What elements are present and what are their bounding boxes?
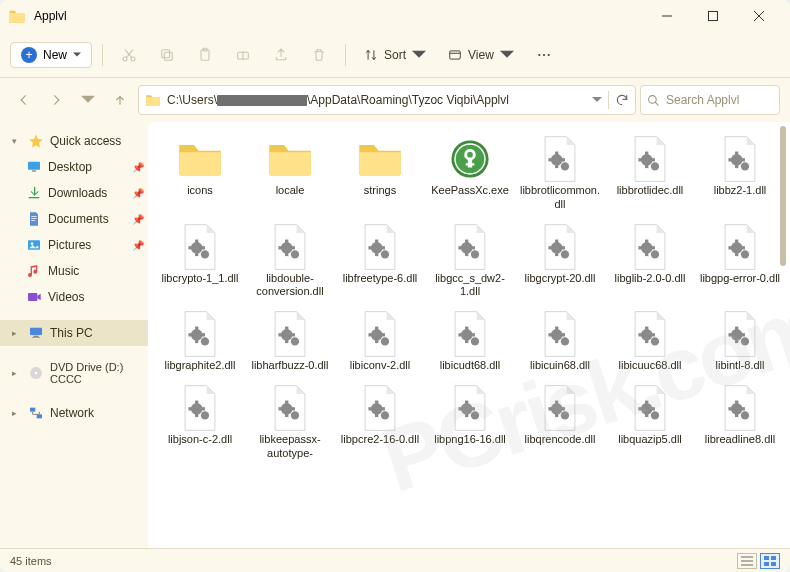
chevron-down-icon[interactable] <box>592 95 602 105</box>
file-item[interactable]: libintl-8.dll <box>696 305 784 377</box>
file-item[interactable]: libfreetype-6.dll <box>336 218 424 304</box>
svg-rect-75 <box>548 246 551 249</box>
file-name: libpng16-16.dll <box>434 433 506 447</box>
file-item[interactable]: libgpg-error-0.dll <box>696 218 784 304</box>
file-item[interactable]: strings <box>336 130 424 216</box>
icons-view-button[interactable] <box>760 553 780 569</box>
file-item[interactable]: libharfbuzz-0.dll <box>246 305 334 377</box>
file-list[interactable]: PCrisk.com iconslocalestringsKeePassXc.e… <box>148 122 790 548</box>
file-name: libiconv-2.dll <box>350 359 411 373</box>
chevron-right-icon[interactable]: ▸ <box>12 368 22 378</box>
file-name: libbrotlicommon.dll <box>518 184 602 212</box>
chevron-right-icon[interactable]: ▸ <box>12 408 22 418</box>
sidebar-item-network[interactable]: ▸ Network <box>0 400 148 426</box>
recent-button[interactable] <box>74 86 102 114</box>
svg-rect-109 <box>465 327 468 330</box>
copy-button[interactable] <box>151 39 183 71</box>
sidebar-item-quick-access[interactable]: ▾ Quick access <box>0 128 148 154</box>
sidebar-item-dvd[interactable]: ▸ DVD Drive (D:) CCCC <box>0 356 148 390</box>
sidebar-item-desktop[interactable]: Desktop📌 <box>0 154 148 180</box>
navigation-pane: ▾ Quick access Desktop📌 Downloads📌 Docum… <box>0 122 148 548</box>
svg-rect-141 <box>278 407 281 410</box>
paste-button[interactable] <box>189 39 221 71</box>
view-button[interactable]: View <box>440 44 522 66</box>
more-button[interactable] <box>528 39 560 71</box>
file-item[interactable]: libbrotlicommon.dll <box>516 130 604 216</box>
file-item[interactable]: libgcc_s_dw2-1.dll <box>426 218 514 304</box>
file-item[interactable]: libgcrypt-20.dll <box>516 218 604 304</box>
svg-point-167 <box>731 403 743 415</box>
file-item[interactable]: libdouble-conversion.dll <box>246 218 334 304</box>
up-button[interactable] <box>106 86 134 114</box>
sidebar-item-music[interactable]: Music <box>0 258 148 284</box>
file-item[interactable]: libglib-2.0-0.dll <box>606 218 694 304</box>
svg-point-143 <box>371 403 383 415</box>
svg-rect-57 <box>278 246 281 249</box>
rename-button[interactable] <box>227 39 259 71</box>
file-item[interactable]: libkeepassx-autotype-windows.dll <box>246 379 334 465</box>
file-item[interactable]: libpcre2-16-0.dll <box>336 379 424 465</box>
file-item[interactable]: libicudt68.dll <box>426 305 514 377</box>
svg-rect-14 <box>32 170 36 171</box>
svg-rect-129 <box>728 333 731 336</box>
file-item[interactable]: KeePassXc.exe <box>426 130 514 216</box>
file-item[interactable]: libiconv-2.dll <box>336 305 424 377</box>
svg-rect-115 <box>555 327 558 330</box>
forward-button[interactable] <box>42 86 70 114</box>
search-input[interactable]: Search Applvl <box>640 85 780 115</box>
file-item[interactable]: libicuuc68.dll <box>606 305 694 377</box>
sort-icon <box>364 48 378 62</box>
svg-rect-33 <box>548 158 551 161</box>
svg-rect-64 <box>382 246 385 249</box>
file-name: libgraphite2.dll <box>165 359 236 373</box>
sidebar-item-pictures[interactable]: Pictures📌 <box>0 232 148 258</box>
share-button[interactable] <box>265 39 297 71</box>
file-name: libbrotlidec.dll <box>617 184 684 198</box>
svg-point-156 <box>561 411 569 419</box>
svg-rect-82 <box>652 246 655 249</box>
chevron-right-icon[interactable]: ▸ <box>12 328 22 338</box>
folder-icon <box>172 134 228 184</box>
delete-button[interactable] <box>303 39 335 71</box>
file-item[interactable]: libreadline8.dll <box>696 379 784 465</box>
minimize-button[interactable] <box>644 0 690 32</box>
sidebar-item-this-pc[interactable]: ▸ This PC <box>0 320 148 346</box>
address-bar[interactable]: C:\Users\\AppData\Roaming\Tyzoc Viqbi\Ap… <box>138 85 636 115</box>
file-item[interactable]: libpng16-16.dll <box>426 379 514 465</box>
scrollbar[interactable] <box>778 126 788 522</box>
sidebar-item-documents[interactable]: Documents📌 <box>0 206 148 232</box>
file-item[interactable]: icons <box>156 130 244 216</box>
file-item[interactable]: locale <box>246 130 334 216</box>
file-item[interactable]: libqrencode.dll <box>516 379 604 465</box>
file-item[interactable]: libjson-c-2.dll <box>156 379 244 465</box>
maximize-button[interactable] <box>690 0 736 32</box>
details-view-button[interactable] <box>737 553 757 569</box>
svg-point-47 <box>191 242 203 254</box>
svg-rect-171 <box>728 407 731 410</box>
sort-button[interactable]: Sort <box>356 44 434 66</box>
svg-rect-175 <box>764 562 769 566</box>
file-item[interactable]: libgraphite2.dll <box>156 305 244 377</box>
file-item[interactable]: libbz2-1.dll <box>696 130 784 216</box>
back-button[interactable] <box>10 86 38 114</box>
sidebar-item-downloads[interactable]: Downloads📌 <box>0 180 148 206</box>
svg-rect-76 <box>562 246 565 249</box>
new-button[interactable]: + New <box>10 42 92 68</box>
svg-rect-93 <box>188 333 191 336</box>
svg-rect-176 <box>771 562 776 566</box>
svg-point-120 <box>651 337 659 345</box>
svg-rect-122 <box>645 340 648 343</box>
close-button[interactable] <box>736 0 782 32</box>
file-item[interactable]: libquazip5.dll <box>606 379 694 465</box>
svg-rect-32 <box>555 165 558 168</box>
refresh-icon[interactable] <box>615 93 629 107</box>
cut-button[interactable] <box>113 39 145 71</box>
svg-rect-124 <box>652 333 655 336</box>
svg-rect-67 <box>465 239 468 242</box>
chevron-down-icon[interactable]: ▾ <box>12 136 22 146</box>
file-item[interactable]: libicuin68.dll <box>516 305 604 377</box>
file-item[interactable]: libcrypto-1_1.dll <box>156 218 244 304</box>
sidebar-item-videos[interactable]: Videos <box>0 284 148 310</box>
svg-rect-110 <box>465 340 468 343</box>
file-item[interactable]: libbrotlidec.dll <box>606 130 694 216</box>
